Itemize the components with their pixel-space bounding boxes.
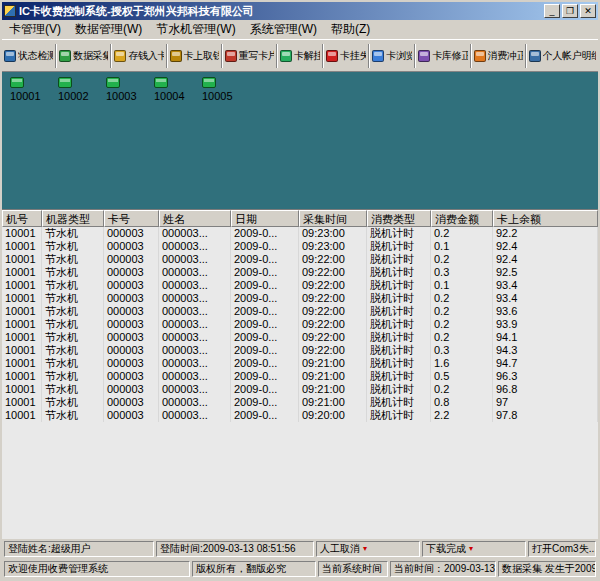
table-cell: 2009-0... — [231, 305, 299, 318]
table-row[interactable]: 10001节水机000003000003...2009-0...09:21:00… — [2, 383, 598, 396]
status-segment-event-message: 数据采集 发生于2009... — [498, 561, 596, 577]
toolbar-separator — [55, 44, 57, 68]
table-cell: 2009-0... — [231, 370, 299, 383]
machine-id-label: 10004 — [154, 90, 185, 102]
status-segment-login-time: 登陆时间:2009-03-13 08:51:56 — [156, 541, 314, 557]
toolbar-separator — [368, 44, 370, 68]
machine-indicator-10004[interactable]: 10004 — [154, 77, 192, 102]
toolbar-button-label: 消费冲正 — [488, 49, 523, 63]
column-header-6[interactable]: 消费类型 — [367, 210, 431, 227]
table-cell: 09:22:00 — [299, 318, 367, 331]
table-cell: 000003... — [159, 240, 231, 253]
toolbar-button-card-unfreeze[interactable]: 卡解挂 — [279, 42, 321, 70]
machine-indicator-10002[interactable]: 10002 — [58, 77, 96, 102]
table-cell: 脱机计时 — [367, 253, 431, 266]
table-row[interactable]: 10001节水机000003000003...2009-0...09:21:00… — [2, 370, 598, 383]
card-report-loss-icon — [326, 50, 338, 62]
toolbar-button-personal-account-detail[interactable]: 个人帐户明细 — [528, 42, 597, 70]
close-button[interactable]: ✕ — [580, 4, 596, 18]
table-cell: 09:23:00 — [299, 240, 367, 253]
toolbar-separator — [110, 44, 112, 68]
toolbar-separator — [166, 44, 168, 68]
table-row[interactable]: 10001节水机000003000003...2009-0...09:22:00… — [2, 279, 598, 292]
table-cell: 000003... — [159, 370, 231, 383]
machine-indicator-10005[interactable]: 10005 — [202, 77, 240, 102]
status-text: 数据采集 发生于2009... — [502, 562, 596, 576]
column-header-8[interactable]: 卡上余额 — [493, 210, 598, 227]
status-text: 欢迎使用收费管理系统 — [8, 562, 108, 576]
table-cell: 10001 — [2, 331, 42, 344]
table-cell: 2009-0... — [231, 279, 299, 292]
table-row[interactable]: 10001节水机000003000003...2009-0...09:21:00… — [2, 396, 598, 409]
table-cell: 000003... — [159, 227, 231, 240]
personal-account-detail-icon — [529, 50, 541, 62]
menu-item-system-management[interactable]: 系统管理(W) — [243, 19, 324, 40]
status-text: 登陆时间:2009-03-13 08:51:56 — [160, 542, 296, 556]
menu-item-help[interactable]: 帮助(Z) — [324, 19, 377, 40]
toolbar-button-card-browse[interactable]: 卡浏览 — [371, 42, 413, 70]
column-header-3[interactable]: 姓名 — [159, 210, 231, 227]
machine-online-icon — [10, 77, 24, 88]
table-cell: 0.2 — [431, 253, 493, 266]
table-cell: 0.2 — [431, 318, 493, 331]
column-header-4[interactable]: 日期 — [231, 210, 299, 227]
table-row[interactable]: 10001节水机000003000003...2009-0...09:23:00… — [2, 240, 598, 253]
table-cell: 2009-0... — [231, 344, 299, 357]
table-cell: 10001 — [2, 266, 42, 279]
table-cell: 10001 — [2, 370, 42, 383]
toolbar: 状态检测数据采集存钱入卡卡上取钱重写卡片卡解挂卡挂失卡浏览卡库修正消费冲正个人帐… — [2, 39, 598, 72]
machine-indicator-10003[interactable]: 10003 — [106, 77, 144, 102]
table-cell: 节水机 — [42, 318, 104, 331]
table-row[interactable]: 10001节水机000003000003...2009-0...09:22:00… — [2, 266, 598, 279]
toolbar-button-status-check[interactable]: 状态检测 — [3, 42, 54, 70]
table-cell: 0.1 — [431, 279, 493, 292]
maximize-button[interactable]: ❐ — [562, 4, 578, 18]
table-row[interactable]: 10001节水机000003000003...2009-0...09:22:00… — [2, 292, 598, 305]
table-row[interactable]: 10001节水机000003000003...2009-0...09:22:00… — [2, 331, 598, 344]
table-cell: 10001 — [2, 253, 42, 266]
toolbar-button-card-db-fix[interactable]: 卡库修正 — [417, 42, 468, 70]
toolbar-button-consume-reversal[interactable]: 消费冲正 — [473, 42, 524, 70]
machine-indicator-10001[interactable]: 10001 — [10, 77, 48, 102]
table-cell: 0.8 — [431, 396, 493, 409]
table-cell: 10001 — [2, 279, 42, 292]
minimize-button[interactable]: _ — [544, 4, 560, 18]
table-row[interactable]: 10001节水机000003000003...2009-0...09:21:00… — [2, 357, 598, 370]
column-header-1[interactable]: 机器类型 — [42, 210, 104, 227]
table-row[interactable]: 10001节水机000003000003...2009-0...09:22:00… — [2, 305, 598, 318]
toolbar-button-rewrite-card[interactable]: 重写卡片 — [224, 42, 275, 70]
column-header-5[interactable]: 采集时间 — [299, 210, 367, 227]
table-cell: 000003... — [159, 318, 231, 331]
table-cell: 93.4 — [493, 279, 598, 292]
consume-reversal-icon — [474, 50, 486, 62]
toolbar-button-label: 状态检测 — [18, 49, 53, 63]
menu-item-data-management[interactable]: 数据管理(W) — [68, 19, 149, 40]
status-segment-login-name: 登陆姓名:超级用户 — [4, 541, 154, 557]
app-icon[interactable] — [4, 5, 16, 17]
menu-item-card-management[interactable]: 卡管理(V) — [2, 19, 68, 40]
toolbar-button-withdraw-from-card[interactable]: 卡上取钱 — [169, 42, 220, 70]
status-segment-current-time: 当前时间：2009-03-13 09:23:12 — [390, 561, 496, 577]
toolbar-button-deposit-to-card[interactable]: 存钱入卡 — [113, 42, 164, 70]
toolbar-button-data-collect[interactable]: 数据采集 — [58, 42, 109, 70]
toolbar-button-card-report-loss[interactable]: 卡挂失 — [325, 42, 367, 70]
table-cell: 10001 — [2, 318, 42, 331]
table-row[interactable]: 10001节水机000003000003...2009-0...09:22:00… — [2, 253, 598, 266]
table-row[interactable]: 10001节水机000003000003...2009-0...09:22:00… — [2, 318, 598, 331]
column-header-7[interactable]: 消费金额 — [431, 210, 493, 227]
table-cell: 脱机计时 — [367, 318, 431, 331]
table-cell: 09:20:00 — [299, 409, 367, 422]
status-text: 人工取消 — [320, 542, 360, 556]
table-row[interactable]: 10001节水机000003000003...2009-0...09:22:00… — [2, 344, 598, 357]
table-row[interactable]: 10001节水机000003000003...2009-0...09:20:00… — [2, 409, 598, 422]
table-cell: 94.1 — [493, 331, 598, 344]
toolbar-separator — [470, 44, 472, 68]
toolbar-button-label: 卡浏览 — [386, 49, 412, 63]
menu-item-machine-management[interactable]: 节水机管理(W) — [149, 19, 242, 40]
table-cell: 09:22:00 — [299, 266, 367, 279]
table-row[interactable]: 10001节水机000003000003...2009-0...09:23:00… — [2, 227, 598, 240]
status-segment-download-status: 下载完成▾ — [422, 541, 526, 557]
column-header-2[interactable]: 卡号 — [104, 210, 159, 227]
table-cell: 0.1 — [431, 240, 493, 253]
column-header-0[interactable]: 机号 — [2, 210, 42, 227]
